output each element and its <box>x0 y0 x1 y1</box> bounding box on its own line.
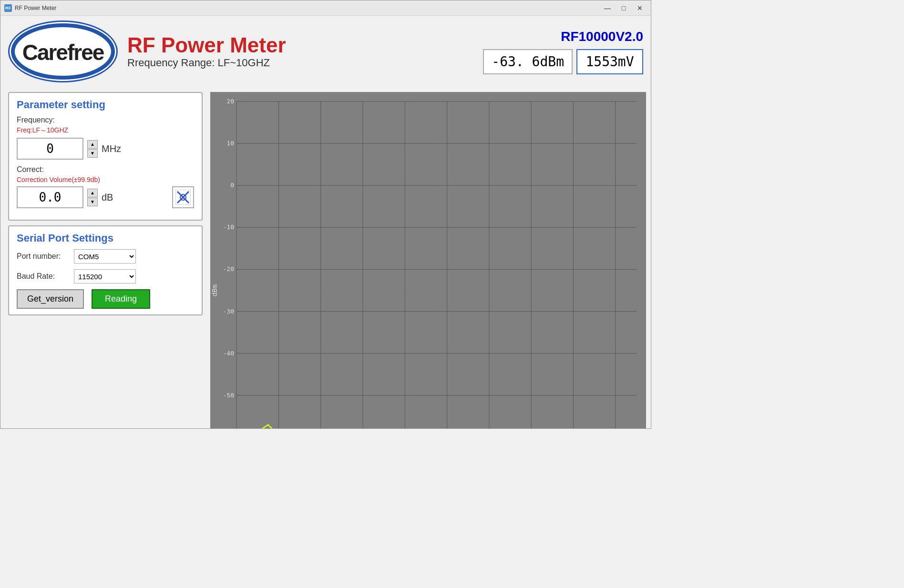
maximize-button[interactable]: □ <box>616 3 631 13</box>
frequency-spinbox: ▲ ▼ <box>87 140 98 158</box>
baud-label: Baud Rate: <box>17 272 69 281</box>
logo: Carefree <box>8 20 118 82</box>
title-bar: RF RF Power Meter — □ ✕ <box>0 0 651 16</box>
serial-panel: Serial Port Settings Port number: COM5 C… <box>8 225 203 315</box>
top-header: Carefree RF Power Meter Rrequency Range:… <box>0 16 651 87</box>
get-version-button[interactable]: Get_version <box>17 289 84 309</box>
chart-area <box>210 87 651 429</box>
title-bar-text: RF Power Meter <box>15 5 600 11</box>
correct-row: ▲ ▼ dB <box>17 186 194 208</box>
param-panel-title: Parameter setting <box>17 99 194 111</box>
btn-row: Get_version Reading <box>17 289 194 309</box>
correct-hint: Correction Volume(±99.9db) <box>17 176 194 183</box>
frequency-label: Frequency: <box>17 116 194 124</box>
app-title: RF Power Meter <box>127 34 286 57</box>
frequency-input[interactable] <box>17 138 83 160</box>
correct-input[interactable] <box>17 186 83 208</box>
correct-spinbox: ▲ ▼ <box>87 189 98 206</box>
correct-label: Correct: <box>17 165 194 174</box>
frequency-down-btn[interactable]: ▼ <box>87 149 98 158</box>
frequency-unit: MHz <box>102 143 121 154</box>
port-label: Port number: <box>17 252 69 261</box>
chart-canvas <box>210 92 646 429</box>
port-row: Port number: COM5 COM1 COM2 COM3 COM4 CO… <box>17 249 194 264</box>
right-header: RF10000V2.0 -63. 6dBm 1553mV <box>483 29 643 74</box>
serial-panel-title: Serial Port Settings <box>17 232 194 244</box>
minimize-button[interactable]: — <box>600 3 615 13</box>
frequency-up-btn[interactable]: ▲ <box>87 140 98 149</box>
correct-down-btn[interactable]: ▼ <box>87 198 98 206</box>
freq-range: Rrequency Range: LF~10GHZ <box>127 57 270 69</box>
frequency-hint: Freq:LF～10GHZ <box>17 126 194 135</box>
icon-action-btn[interactable] <box>172 186 194 208</box>
readings-row: -63. 6dBm 1553mV <box>483 49 643 74</box>
baud-select[interactable]: 115200 9600 19200 38400 57600 <box>74 269 136 284</box>
app-icon: RF <box>4 4 12 12</box>
baud-row: Baud Rate: 115200 9600 19200 38400 57600 <box>17 269 194 284</box>
svg-text:Carefree: Carefree <box>22 40 104 65</box>
mv-reading: 1553mV <box>576 49 643 74</box>
frequency-row: ▲ ▼ MHz <box>17 138 194 160</box>
dbm-reading: -63. 6dBm <box>483 49 573 74</box>
chart-container <box>210 92 646 429</box>
reading-button[interactable]: Reading <box>92 289 150 309</box>
correct-up-btn[interactable]: ▲ <box>87 189 98 197</box>
close-button[interactable]: ✕ <box>633 3 647 13</box>
param-panel: Parameter setting Frequency: Freq:LF～10G… <box>8 92 203 221</box>
title-bar-controls: — □ ✕ <box>600 3 647 13</box>
model-label: RF10000V2.0 <box>561 29 643 44</box>
main-content: Parameter setting Frequency: Freq:LF～10G… <box>0 87 651 429</box>
center-header: RF Power Meter Rrequency Range: LF~10GHZ <box>127 34 473 69</box>
correct-unit: dB <box>102 192 113 203</box>
port-select[interactable]: COM5 COM1 COM2 COM3 COM4 COM6 <box>74 249 136 264</box>
left-panel: Parameter setting Frequency: Freq:LF～10G… <box>0 87 210 429</box>
